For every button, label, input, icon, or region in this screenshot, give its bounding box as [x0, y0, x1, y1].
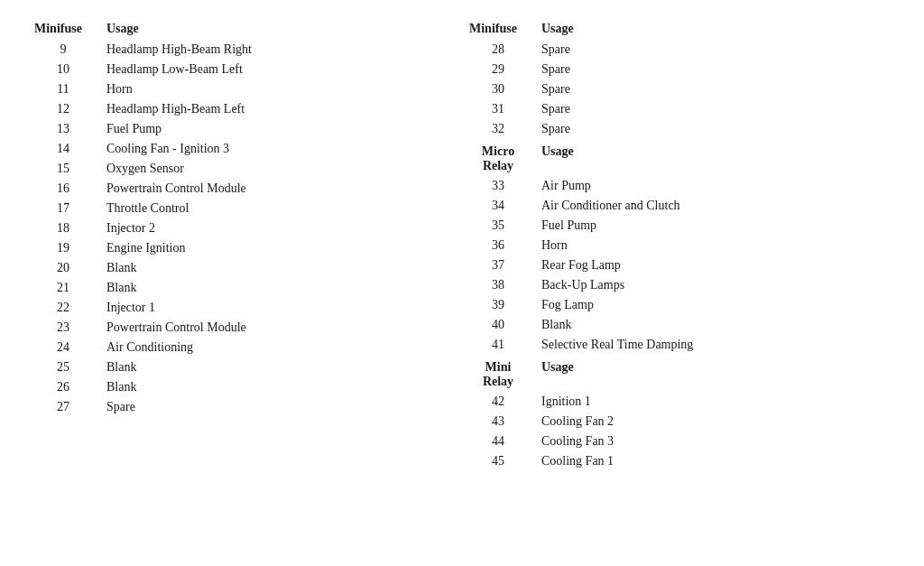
- table-row: 26Blank: [27, 377, 462, 397]
- row-number: 34: [462, 196, 534, 216]
- micro-relay-header-row: Micro RelayUsage: [462, 139, 897, 176]
- table-row: 32Spare: [462, 119, 897, 139]
- row-usage: Fuel Pump: [534, 216, 897, 236]
- table-row: 10Headlamp Low-Beam Left: [27, 60, 462, 79]
- row-number: 15: [27, 159, 99, 179]
- table-row: 39Fog Lamp: [462, 295, 897, 315]
- row-number: 14: [27, 139, 99, 159]
- table-row: 16Powertrain Control Module: [27, 179, 462, 199]
- row-usage: Throttle Control: [99, 199, 462, 218]
- table-row: 44Cooling Fan 3: [462, 431, 897, 451]
- row-number: 16: [27, 179, 99, 199]
- table-row: 41Selective Real Time Damping: [462, 335, 897, 355]
- table-row: 31Spare: [462, 99, 897, 119]
- table-row: 18Injector 2: [27, 218, 462, 238]
- left-table: Minifuse Usage 9Headlamp High-Beam Right…: [27, 18, 462, 417]
- row-usage: Powertrain Control Module: [99, 318, 462, 338]
- row-number: 12: [27, 99, 99, 119]
- row-usage: Spare: [534, 99, 897, 119]
- mini-relay-label: Mini Relay: [462, 355, 534, 392]
- table-row: 37Rear Fog Lamp: [462, 255, 897, 275]
- row-usage: Cooling Fan - Ignition 3: [99, 139, 462, 159]
- row-usage: Air Conditioning: [99, 338, 462, 357]
- row-number: 18: [27, 218, 99, 238]
- row-number: 32: [462, 119, 534, 139]
- row-usage: Air Pump: [534, 176, 897, 196]
- row-number: 21: [27, 278, 99, 298]
- row-usage: Cooling Fan 2: [534, 412, 897, 431]
- row-usage: Blank: [99, 258, 462, 278]
- table-row: 11Horn: [27, 79, 462, 99]
- left-table-section: Minifuse Usage 9Headlamp High-Beam Right…: [27, 18, 462, 471]
- table-row: 25Blank: [27, 357, 462, 377]
- row-usage: Injector 1: [99, 298, 462, 318]
- table-row: 40Blank: [462, 315, 897, 335]
- row-usage: Headlamp High-Beam Right: [99, 40, 462, 60]
- table-row: 12Headlamp High-Beam Left: [27, 99, 462, 119]
- row-number: 39: [462, 295, 534, 315]
- row-number: 23: [27, 318, 99, 338]
- row-usage: Fuel Pump: [99, 119, 462, 139]
- row-number: 44: [462, 431, 534, 451]
- table-row: 36Horn: [462, 236, 897, 255]
- row-usage: Selective Real Time Damping: [534, 335, 897, 355]
- row-number: 28: [462, 40, 534, 60]
- row-number: 17: [27, 199, 99, 218]
- row-usage: Horn: [534, 236, 897, 255]
- row-usage: Spare: [99, 397, 462, 417]
- table-row: 19Engine Ignition: [27, 238, 462, 258]
- row-number: 37: [462, 255, 534, 275]
- row-usage: Powertrain Control Module: [99, 179, 462, 199]
- row-number: 27: [27, 397, 99, 417]
- table-row: 38Back-Up Lamps: [462, 275, 897, 295]
- row-number: 42: [462, 392, 534, 412]
- left-header-minifuse: Minifuse: [27, 18, 99, 40]
- row-usage: Horn: [99, 79, 462, 99]
- row-number: 10: [27, 60, 99, 79]
- row-usage: Blank: [99, 278, 462, 298]
- table-row: 28Spare: [462, 40, 897, 60]
- row-usage: Rear Fog Lamp: [534, 255, 897, 275]
- table-row: 13Fuel Pump: [27, 119, 462, 139]
- row-usage: Engine Ignition: [99, 238, 462, 258]
- row-number: 29: [462, 60, 534, 79]
- row-usage: Blank: [99, 357, 462, 377]
- row-usage: Oxygen Sensor: [99, 159, 462, 179]
- table-row: 42Ignition 1: [462, 392, 897, 412]
- table-row: 15Oxygen Sensor: [27, 159, 462, 179]
- tables-wrapper: Minifuse Usage 9Headlamp High-Beam Right…: [27, 18, 897, 471]
- table-row: 43Cooling Fan 2: [462, 412, 897, 431]
- row-number: 24: [27, 338, 99, 357]
- table-row: 34Air Conditioner and Clutch: [462, 196, 897, 216]
- mini-relay-header-row: Mini RelayUsage: [462, 355, 897, 392]
- row-usage: Back-Up Lamps: [534, 275, 897, 295]
- table-row: 21Blank: [27, 278, 462, 298]
- row-number: 45: [462, 451, 534, 471]
- table-row: 24Air Conditioning: [27, 338, 462, 357]
- row-usage: Cooling Fan 1: [534, 451, 897, 471]
- table-row: 22Injector 1: [27, 298, 462, 318]
- row-number: 19: [27, 238, 99, 258]
- row-usage: Cooling Fan 3: [534, 431, 897, 451]
- row-usage: Headlamp Low-Beam Left: [99, 60, 462, 79]
- row-number: 9: [27, 40, 99, 60]
- left-header-usage: Usage: [99, 18, 462, 40]
- row-number: 31: [462, 99, 534, 119]
- mini-relay-usage-label: Usage: [534, 355, 897, 392]
- row-usage: Air Conditioner and Clutch: [534, 196, 897, 216]
- row-usage: Fog Lamp: [534, 295, 897, 315]
- row-number: 33: [462, 176, 534, 196]
- row-number: 35: [462, 216, 534, 236]
- table-row: 9Headlamp High-Beam Right: [27, 40, 462, 60]
- row-usage: Blank: [99, 377, 462, 397]
- micro-relay-usage-label: Usage: [534, 139, 897, 176]
- row-number: 36: [462, 236, 534, 255]
- table-row: 27Spare: [27, 397, 462, 417]
- row-number: 26: [27, 377, 99, 397]
- row-number: 11: [27, 79, 99, 99]
- right-header-usage: Usage: [534, 18, 897, 40]
- row-usage: Spare: [534, 119, 897, 139]
- table-row: 14Cooling Fan - Ignition 3: [27, 139, 462, 159]
- row-usage: Injector 2: [99, 218, 462, 238]
- row-usage: Spare: [534, 60, 897, 79]
